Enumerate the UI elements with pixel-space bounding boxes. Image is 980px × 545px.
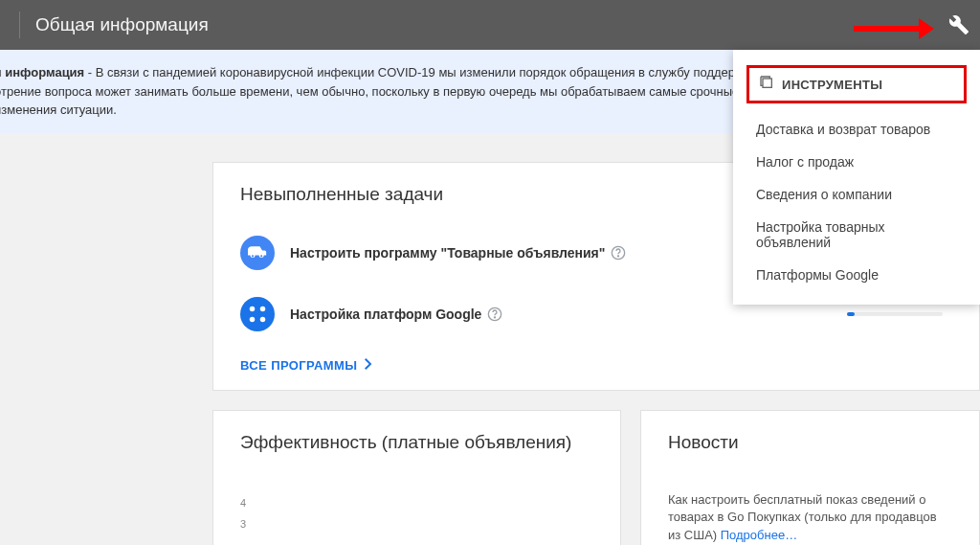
svg-point-6 (250, 316, 256, 322)
tools-dropdown-header[interactable]: ИНСТРУМЕНТЫ (746, 65, 967, 103)
task-label: Настройка платформ Google (290, 307, 481, 322)
performance-card-title: Эффективность (платные объявления) (213, 411, 620, 470)
two-column-row: Эффективность (платные объявления) 4 3 Н… (212, 410, 980, 546)
axis-tick: 3 (240, 518, 593, 539)
tools-dropdown-header-label: ИНСТРУМЕНТЫ (782, 78, 882, 92)
task-icon-shopping (240, 236, 275, 270)
svg-point-4 (250, 306, 256, 311)
topbar: Общая информация (0, 0, 980, 50)
topbar-divider (19, 11, 20, 38)
chevron-right-icon (365, 358, 372, 373)
svg-point-9 (495, 316, 496, 317)
wrench-icon (948, 14, 969, 35)
performance-card: Эффективность (платные объявления) 4 3 (212, 410, 621, 546)
grid-icon (247, 304, 268, 325)
dropdown-item-company[interactable]: Сведения о компании (733, 178, 980, 211)
task-label: Настроить программу "Товарные объявления… (290, 245, 605, 261)
all-programs-label: ВСЕ ПРОГРАММЫ (240, 358, 357, 373)
task-progress (847, 312, 943, 316)
help-icon[interactable] (611, 245, 626, 261)
task-icon-platforms (240, 297, 275, 331)
news-card-title: Новости (641, 411, 979, 470)
svg-point-3 (618, 255, 619, 256)
axis-tick: 4 (240, 497, 593, 518)
dropdown-item-shopping-ads[interactable]: Настройка товарных объявлений (733, 211, 980, 259)
svg-point-1 (260, 255, 262, 257)
tools-menu-button[interactable] (946, 11, 972, 38)
svg-rect-10 (763, 79, 771, 87)
chart-y-axis: 4 3 (213, 470, 620, 539)
all-programs-link[interactable]: ВСЕ ПРОГРАММЫ (240, 358, 372, 373)
news-text: Как настроить бесплатный показ сведений … (668, 492, 937, 543)
news-item: Как настроить бесплатный показ сведений … (668, 491, 952, 546)
svg-point-5 (260, 306, 266, 311)
car-icon (248, 246, 267, 260)
info-banner-text1: - В связи с пандемией коронавирусной инф… (84, 65, 797, 79)
news-card: Новости Как настроить бесплатный показ с… (640, 410, 980, 546)
annotation-arrow (854, 18, 934, 39)
tasks-card-footer: ВСЕ ПРОГРАММЫ (213, 345, 979, 390)
svg-point-7 (260, 316, 266, 322)
info-banner-text2: отрение вопроса может занимать больше вр… (0, 84, 785, 99)
tools-dropdown: ИНСТРУМЕНТЫ Доставка и возврат товаров Н… (733, 50, 980, 305)
dropdown-item-platforms[interactable]: Платформы Google (733, 259, 980, 291)
info-banner-bold: я информация (0, 65, 84, 79)
stack-icon (759, 75, 774, 94)
info-banner-text3: изменения ситуации. (0, 102, 117, 117)
page-title: Общая информация (35, 14, 209, 35)
svg-point-0 (252, 255, 254, 257)
news-link[interactable]: Подробнее… (721, 528, 797, 542)
dropdown-item-tax[interactable]: Налог с продаж (733, 146, 980, 178)
dropdown-item-shipping[interactable]: Доставка и возврат товаров (733, 113, 980, 146)
help-icon[interactable] (487, 307, 502, 322)
